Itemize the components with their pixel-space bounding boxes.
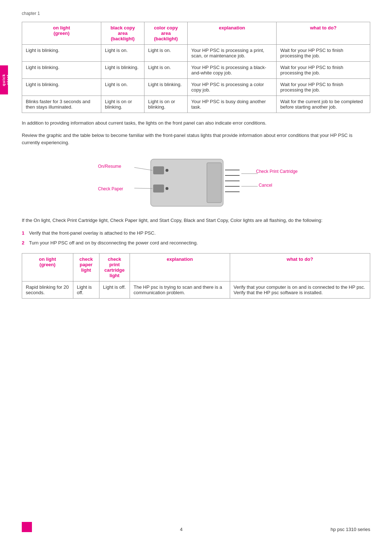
label-cancel: Cancel	[259, 183, 272, 188]
side-tab-quick-start: quick start	[0, 65, 8, 94]
table-row: Light is blinking. Light is blinking. Li…	[22, 62, 370, 79]
table-row: Light is blinking. Light is on. Light is…	[22, 79, 370, 96]
svg-rect-1	[207, 163, 221, 203]
svg-line-10	[134, 188, 152, 189]
chapter-label: chapter 1	[22, 11, 370, 16]
page-footer: 4 hp psc 1310 series	[0, 522, 392, 532]
steps-list: 1 Verify that the front-panel overlay is…	[22, 230, 370, 247]
col2-header-check-print: check print cartridge light	[99, 253, 130, 281]
page-number: 4	[180, 527, 183, 532]
col2-header-explanation: explanation	[130, 253, 230, 281]
table-row: Blinks faster for 3 seconds and then sta…	[22, 96, 370, 113]
col-header-on-light: on light (green)	[22, 22, 101, 45]
list-item-step-1: 1 Verify that the front-panel overlay is…	[22, 230, 370, 237]
brand-name: hp psc 1310 series	[331, 527, 370, 532]
table-row: Light is blinking. Light is on. Light is…	[22, 45, 370, 62]
svg-line-9	[134, 167, 152, 170]
col2-header-on-light: on light (green)	[22, 253, 73, 281]
table-row: Rapid blinking for 20 seconds. Light is …	[22, 281, 370, 298]
col-header-color-copy: color copy area (backlight)	[144, 22, 188, 45]
svg-rect-3	[153, 185, 164, 193]
front-panel-diagram: On/Resume Check Paper	[22, 154, 370, 212]
table-error-lights: on light (green) check paper light check…	[22, 253, 370, 299]
body-paragraph-1: In addition to providing information abo…	[22, 119, 370, 127]
col-header-black-copy: black copy area (backlight)	[101, 22, 144, 45]
list-item-step-2: 2 Turn your HP PSC off and on by disconn…	[22, 239, 370, 247]
col2-header-check-paper: check paper light	[73, 253, 99, 281]
body-paragraph-3: If the On light, Check Print Cartridge l…	[22, 217, 370, 224]
footer-square	[22, 522, 32, 532]
col2-header-what-to-do: what to do?	[230, 253, 370, 281]
col-header-what-to-do: what to do?	[277, 22, 370, 45]
svg-rect-2	[153, 166, 164, 174]
col-header-explanation: explanation	[188, 22, 277, 45]
svg-point-14	[166, 187, 168, 190]
svg-point-13	[166, 169, 168, 172]
label-check-print-cartridge: Check Print Cartridge	[256, 169, 298, 174]
body-paragraph-2: Review the graphic and the table below t…	[22, 132, 370, 146]
table-light-status: on light (green) black copy area (backli…	[22, 22, 370, 113]
